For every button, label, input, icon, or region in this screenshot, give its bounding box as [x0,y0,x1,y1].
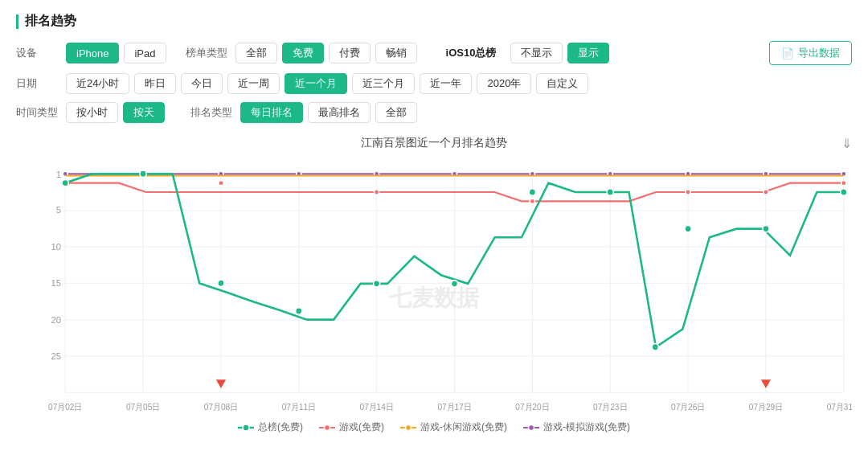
date-2020[interactable]: 2020年 [477,73,531,94]
svg-point-53 [841,180,846,185]
svg-point-65 [841,189,847,196]
svg-text:07月26日: 07月26日 [671,402,705,411]
svg-point-67 [243,424,249,431]
svg-point-62 [652,344,658,351]
device-iphone[interactable]: iPhone [66,43,119,64]
rank-highest[interactable]: 最高排名 [308,102,371,123]
legend-total: 总榜(免费) [238,420,303,434]
chart-title: 江南百景图近一个月排名趋势 [16,136,852,150]
svg-text:20: 20 [51,315,61,325]
svg-point-57 [296,308,302,315]
svg-point-64 [763,225,769,232]
date-label: 日期 [16,76,61,91]
svg-point-61 [607,189,613,196]
legend-simulate: 游戏-模拟游戏(免费) [523,420,630,434]
svg-point-60 [529,189,535,196]
date-custom[interactable]: 自定义 [536,73,588,94]
svg-point-54 [62,179,68,187]
svg-text:07月02日: 07月02日 [48,402,82,411]
time-by-hour[interactable]: 按小时 [66,102,118,123]
svg-text:07月08日: 07月08日 [204,402,238,411]
legend-casual: 游戏-休闲游戏(免费) [400,420,507,434]
export-button[interactable]: 📄 导出数据 [769,41,852,65]
chart-legend: 总榜(免费) 游戏(免费) 游戏-休闲游戏(免费) 游戏-模拟游戏(免费) [16,420,852,434]
legend-game: 游戏(免费) [319,420,384,434]
svg-point-49 [375,190,379,195]
chart-type-paid[interactable]: 付费 [329,43,371,64]
time-type-label: 时间类型 [16,105,61,120]
date-filter-row: 日期 近24小时 昨日 今日 近一周 近一个月 近三个月 近一年 2020年 自… [16,73,852,94]
svg-point-52 [764,190,768,195]
export-icon: 📄 [781,47,794,59]
device-filter-row: 设备 iPhone iPad 榜单类型 全部 免费 付费 畅销 iOS10总榜 … [16,41,852,65]
time-by-day[interactable]: 按天 [123,102,165,123]
svg-text:25: 25 [51,351,61,361]
svg-text:10: 10 [51,242,61,252]
svg-point-63 [685,225,691,232]
event-marker-1 [216,379,226,388]
svg-text:15: 15 [51,278,61,288]
svg-point-59 [451,281,457,288]
date-today[interactable]: 今日 [181,73,223,94]
svg-point-55 [140,170,146,178]
ios10-show[interactable]: 显示 [567,43,609,64]
svg-point-50 [530,199,534,203]
event-marker-2 [761,379,771,388]
ios10-hide[interactable]: 不显示 [510,43,563,64]
svg-point-69 [325,424,330,430]
svg-text:07月23日: 07月23日 [593,402,627,411]
chart-svg: 1 5 10 15 20 25 排名 07月02日 07月05日 07月08日 … [16,157,852,414]
svg-text:07月31日: 07月31日 [827,402,852,411]
date-week[interactable]: 近一周 [227,73,280,94]
device-ipad[interactable]: iPad [124,43,166,64]
svg-text:07月17日: 07月17日 [437,402,471,411]
page-title: 排名趋势 [16,13,852,30]
date-year[interactable]: 近一年 [420,73,472,94]
svg-point-73 [529,424,534,430]
svg-text:07月20日: 07月20日 [515,402,549,411]
rank-all[interactable]: 全部 [375,102,417,123]
chart-type-top[interactable]: 畅销 [375,43,417,64]
svg-point-71 [406,424,411,430]
svg-text:1: 1 [56,169,61,178]
svg-point-56 [218,280,224,287]
svg-text:5: 5 [56,205,61,215]
svg-point-51 [686,190,690,195]
date-yesterday[interactable]: 昨日 [134,73,176,94]
rank-daily[interactable]: 每日排名 [240,102,303,123]
svg-point-48 [219,180,223,185]
date-24h[interactable]: 近24小时 [66,73,129,94]
time-type-filter-row: 时间类型 按小时 按天 排名类型 每日排名 最高排名 全部 [16,102,852,123]
rank-type-label: 排名类型 [190,105,235,120]
download-icon[interactable]: ⇓ [841,136,852,151]
svg-text:07月11日: 07月11日 [282,402,316,411]
chart-wrapper: 七麦数据 1 5 10 15 20 [16,157,852,414]
date-month[interactable]: 近一个月 [285,73,347,94]
svg-text:07月29日: 07月29日 [749,402,783,411]
chart-section: 江南百景图近一个月排名趋势 ⇓ 七麦数据 1 5 10 [16,136,852,434]
date-3month[interactable]: 近三个月 [352,73,415,94]
chart-type-free[interactable]: 免费 [282,43,324,64]
chart-type-all[interactable]: 全部 [235,43,277,64]
svg-text:07月05日: 07月05日 [126,402,160,411]
svg-point-58 [374,281,380,288]
svg-text:07月14日: 07月14日 [360,402,394,411]
ios10-label: iOS10总榜 [436,43,506,64]
chart-type-label: 榜单类型 [186,46,231,60]
device-label: 设备 [16,46,61,60]
